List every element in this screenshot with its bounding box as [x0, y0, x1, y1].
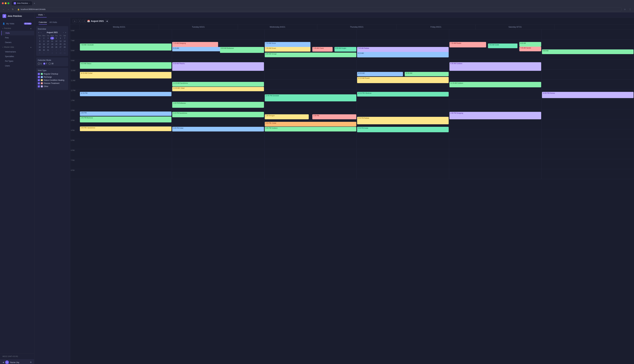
- mini-cal-day[interactable]: 3: [46, 37, 50, 40]
- mini-cal-day[interactable]: 24: [46, 46, 50, 48]
- mini-cal-day[interactable]: 29: [38, 49, 42, 52]
- event-sat-2[interactable]: 12:00 PM Horsea: [542, 92, 634, 98]
- sidebar-item-veterinarians[interactable]: Veterinarians: [1, 50, 34, 54]
- mini-cal-day[interactable]: 6: [42, 52, 46, 54]
- event-mon-1[interactable]: 7:30 AM: Geodude: [80, 44, 172, 50]
- sidebar-section-petclinic[interactable]: ▪ Petclinic ▲: [0, 26, 34, 31]
- event-mon-6[interactable]: 2:45 PM Murkrow: [80, 116, 172, 122]
- nav-tab-calendar[interactable]: Calendar: [39, 21, 47, 25]
- mini-cal-day[interactable]: 12: [54, 40, 58, 42]
- user-bar[interactable]: ◀ N Nurse Joy ⚙: [0, 359, 34, 364]
- mini-cal-day[interactable]: 19: [54, 43, 58, 46]
- mini-cal-day[interactable]: 7: [62, 37, 66, 40]
- radio-item-1[interactable]: 1: [38, 62, 42, 65]
- sidebar-item-visits[interactable]: Visits: [1, 31, 34, 36]
- mini-cal-day[interactable]: 11: [50, 40, 54, 42]
- mini-cal-day[interactable]: 18: [50, 43, 54, 46]
- sidebar-item-owners[interactable]: Owners: [1, 40, 34, 45]
- event-fri-5[interactable]: 8:00 AM: [519, 42, 541, 47]
- event-thu-5[interactable]: 11:15 AM Rowlet: [357, 77, 449, 83]
- mini-cal-prev-btn[interactable]: ‹: [40, 31, 42, 34]
- sidebar-section-master[interactable]: ▪ Master data ▲: [0, 45, 34, 50]
- mini-cal-day[interactable]: 20: [58, 43, 62, 46]
- mini-cal-day[interactable]: 10: [46, 40, 50, 42]
- mini-cal-day[interactable]: 8: [38, 40, 42, 42]
- sidebar-item-specialties[interactable]: Specialties: [1, 54, 34, 59]
- event-mon-4[interactable]: 12:15 PM:: [80, 92, 172, 96]
- checkbox-recharge[interactable]: ✓ Recharge: [38, 76, 66, 78]
- event-mon-5[interactable]: 2:00 PM:: [80, 112, 172, 116]
- event-thu-8[interactable]: 3:30 PM Zubat: [357, 127, 449, 132]
- cal-grid-container[interactable]: Monday 8/2/21 Tuesday 8/3/21 Wednesday 8…: [70, 25, 634, 364]
- mini-cal-day[interactable]: 28: [62, 46, 66, 48]
- cal-next-btn[interactable]: ›: [82, 19, 86, 23]
- sidebar-item-my-visits[interactable]: 👤 My Visits 26 Visits: [0, 21, 34, 26]
- event-wed-5[interactable]: 8:45 AM Smogo: [265, 52, 356, 57]
- event-tue-9[interactable]: 3:45 PM Zubat: [172, 127, 264, 132]
- mini-cal-day[interactable]: 26: [54, 46, 58, 48]
- sidebar-item-users[interactable]: Users: [1, 64, 34, 68]
- event-wed-9[interactable]: 3:15 PM: Zubat: [265, 122, 356, 126]
- checkbox-regular[interactable]: ✓ Regular Checkup: [38, 73, 66, 75]
- checkbox-other[interactable]: ✓ Other: [38, 85, 66, 88]
- mini-cal-day[interactable]: 31: [46, 49, 50, 52]
- checkbox-status[interactable]: ✓ Status Condition Healing: [38, 79, 66, 81]
- mini-cal-day[interactable]: 9: [54, 52, 58, 54]
- event-fri-3[interactable]: 7:45 AM Golde: [488, 44, 518, 48]
- mini-cal-day[interactable]: 22: [38, 46, 42, 48]
- bookmark-icon[interactable]: ☆: [623, 8, 627, 10]
- forward-button[interactable]: →: [6, 8, 10, 11]
- event-tue-7[interactable]: 1:30 PM Bulbasau: [172, 102, 264, 108]
- event-wed-6[interactable]: 12:45 PM Geodude: [265, 94, 356, 101]
- mini-cal-day[interactable]: 14: [62, 40, 66, 42]
- mini-cal-day[interactable]: 6: [58, 37, 62, 40]
- mini-cal-next-btn[interactable]: ›: [62, 31, 64, 34]
- event-fri-6[interactable]: 9:30 AM Goldeen: [450, 62, 541, 71]
- mini-cal-day[interactable]: 5: [54, 37, 58, 40]
- event-wed-3[interactable]: 7:45 AM Chariz: [312, 47, 332, 52]
- mini-cal-day[interactable]: 4: [62, 49, 66, 52]
- tab-close-icon[interactable]: ×: [44, 14, 45, 16]
- event-sat-1[interactable]: 8:00 AM: [542, 50, 634, 54]
- mini-cal-day[interactable]: 17: [46, 43, 50, 46]
- dot-yellow[interactable]: [5, 2, 6, 4]
- event-thu-7[interactable]: 2:45 PM Rattata: [357, 117, 449, 124]
- mini-cal-day[interactable]: 23: [42, 46, 46, 48]
- mini-cal-day[interactable]: 9: [42, 40, 46, 42]
- mini-cal-day[interactable]: 2: [54, 49, 58, 52]
- mini-cal-day[interactable]: 1: [38, 37, 42, 40]
- event-fri-7[interactable]: 11:15 AM Goldeen: [450, 82, 541, 87]
- event-wed-4[interactable]: 8:00 AM Kingler: [334, 47, 356, 52]
- cal-prev-btn[interactable]: ‹: [78, 19, 81, 23]
- mini-cal-day[interactable]: 13: [58, 40, 62, 42]
- mini-cal-first-btn[interactable]: «: [38, 31, 40, 34]
- mini-cal-last-btn[interactable]: »: [65, 31, 66, 34]
- dot-green[interactable]: [8, 2, 9, 4]
- event-tue-6[interactable]: 11:45 AM: Zubat: [172, 87, 264, 91]
- event-fri-8[interactable]: 2:00 PM Dewgong: [450, 112, 541, 119]
- new-tab-button[interactable]: +: [34, 2, 35, 4]
- mini-cal-day[interactable]: 30: [42, 49, 46, 52]
- event-tue-5[interactable]: 11:15 AM Sandshrew: [172, 82, 264, 86]
- menu-icon[interactable]: ⋮: [628, 8, 632, 10]
- event-thu-2[interactable]: 8:15 AM:: [357, 52, 449, 58]
- radio-item-7[interactable]: 7: [43, 62, 47, 65]
- event-mon-3[interactable]: 10:15 AM Crobat: [80, 72, 172, 78]
- event-wed-2[interactable]: 7:45 AM Drowz: [265, 47, 310, 52]
- event-tue-3[interactable]: 8:00 AM Bulbasaur: [220, 47, 264, 53]
- event-mon-7[interactable]: 3:45 PM: Sandshrew: [80, 126, 172, 131]
- event-thu-4[interactable]: 10:30 AM:: [405, 72, 449, 76]
- tab-visits[interactable]: Visits ×: [36, 12, 47, 18]
- reload-button[interactable]: ↻: [11, 8, 14, 11]
- mini-cal-day[interactable]: 11: [62, 52, 66, 54]
- collapse-sidebar-icon[interactable]: ◀: [2, 361, 4, 364]
- sidebar-item-pets[interactable]: Pets: [1, 36, 34, 40]
- mini-cal-day[interactable]: 4: [50, 37, 54, 40]
- mini-cal-day[interactable]: 21: [62, 43, 66, 46]
- dot-red[interactable]: [2, 2, 4, 4]
- mini-cal-day[interactable]: 25: [50, 46, 54, 48]
- user-settings-icon[interactable]: ⚙: [30, 361, 32, 364]
- event-thu-3[interactable]: 10:30 AM:: [357, 72, 403, 76]
- event-fri-1[interactable]: 7:15 AM Rowlet: [450, 42, 486, 48]
- mini-cal-day[interactable]: 27: [58, 46, 62, 48]
